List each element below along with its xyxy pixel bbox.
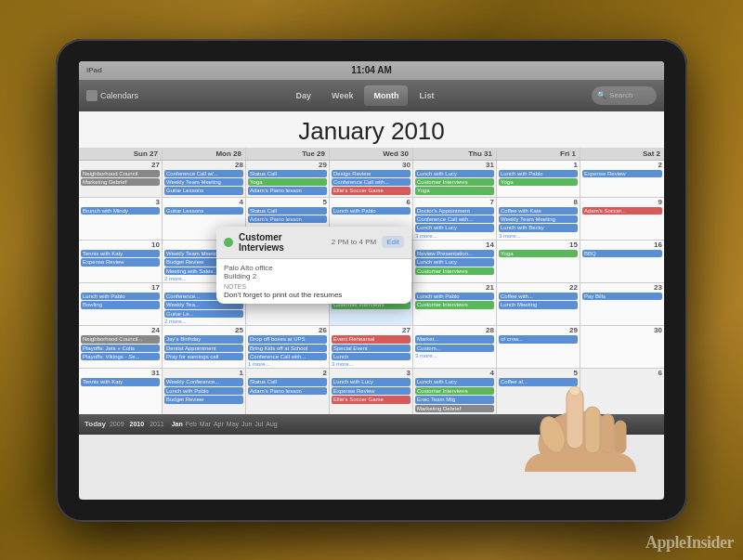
status-bar: iPad 11:04 AM: [79, 61, 664, 80]
cal-cell[interactable]: 27Event RehearsalSpecial EventLunch3 mor…: [330, 326, 413, 368]
ipad-screen: iPad 11:04 AM Calendars Day Week Month L…: [79, 61, 664, 500]
tab-day[interactable]: Day: [287, 85, 321, 106]
ipad-label: iPad: [86, 66, 102, 74]
timeline-today-label[interactable]: Today: [85, 420, 106, 428]
svg-point-6: [569, 386, 580, 396]
year-2011[interactable]: 2011: [150, 421, 164, 427]
cal-cell[interactable]: 25Jay's BirthdayDentist AppointmentPray …: [163, 326, 246, 368]
day-header-tue: Tue 29: [246, 148, 330, 160]
popup-body: Palo Alto officeBuilding 2 notes Don't f…: [216, 259, 411, 304]
cal-cell[interactable]: 2Expense Review: [580, 161, 664, 197]
timeline-years: 2009 2010 2011: [110, 421, 164, 427]
month-aug[interactable]: Aug: [266, 421, 277, 427]
popup-color-dot: [224, 238, 233, 247]
day-header-fri: Fri 1: [497, 148, 580, 160]
month-mar[interactable]: Mar: [200, 421, 211, 427]
svg-rect-3: [601, 414, 614, 453]
popup-header: Customer Interviews 2 PM to 4 PM Edit: [216, 227, 411, 259]
watermark: AppleInsider: [645, 533, 734, 553]
cal-cell[interactable]: 31Lunch with LucyCustomer InterviewsYoga: [413, 161, 497, 197]
day-headers: Sun 27 Mon 28 Tue 29 Wed 30 Thu 31 Fri 1…: [79, 148, 664, 161]
cal-cell[interactable]: 17Lunch with PabloBowling: [79, 283, 163, 325]
cal-cell[interactable]: 1Lunch with PabloYoga: [497, 161, 580, 197]
year-2009[interactable]: 2009: [110, 421, 124, 427]
cal-cell[interactable]: 28Conference Call w/...Weekly Team Meeti…: [163, 161, 246, 197]
popup-notes-label: notes: [224, 283, 404, 290]
day-header-wed: Wed 30: [330, 148, 413, 160]
cal-cell[interactable]: 10Tennis with KatyExpense Review: [79, 241, 163, 282]
timeline-months: Jan Feb Mar Apr May Jun Jul Aug: [172, 421, 278, 427]
month-feb[interactable]: Feb: [186, 421, 197, 427]
search-placeholder: Search: [609, 91, 632, 99]
month-apr[interactable]: Apr: [214, 421, 224, 427]
cal-cell[interactable]: 24Neighborhood Council...Playoffs: Jets …: [79, 326, 163, 368]
nav-bar: Calendars Day Week Month List 🔍 Search: [79, 80, 664, 111]
popup-notes: Don't forget to print out the resumes: [224, 291, 404, 299]
cal-cell[interactable]: 23Pay Bills: [580, 283, 664, 325]
hand-gesture: [515, 360, 645, 472]
cal-cell[interactable]: 4Lunch with LucyCustomer InterviewsExec …: [413, 369, 497, 414]
cal-cell[interactable]: 28Market...Custom...3 more...: [413, 326, 497, 368]
calendar-icon: [86, 90, 98, 101]
cal-cell[interactable]: 8Coffee with KateWeekly Team MeetingLunc…: [497, 198, 580, 240]
cal-cell[interactable]: 15Yoga: [497, 241, 580, 282]
month-jul[interactable]: Jul: [254, 421, 263, 427]
cal-cell[interactable]: 30Design ReviewConference Call with...El…: [330, 161, 413, 197]
search-icon: 🔍: [597, 91, 606, 99]
cal-cell[interactable]: 31Tennis with Katy: [79, 369, 163, 414]
svg-rect-2: [585, 407, 600, 453]
svg-rect-7: [525, 453, 636, 472]
calendars-button[interactable]: Calendars: [86, 90, 138, 101]
year-2010[interactable]: 2010: [130, 421, 145, 427]
month-title: January 2010: [79, 111, 664, 148]
cal-cell[interactable]: 22Coffee with...Lunch Meeting: [497, 283, 580, 325]
day-header-sat: Sat 2: [580, 148, 664, 160]
cal-cell[interactable]: 29Status CallYogaAdam's Piano lesson: [246, 161, 330, 197]
cal-cell[interactable]: 9Adam's Soccer...: [580, 198, 664, 240]
day-header-mon: Mon 28: [163, 148, 246, 160]
cal-cell[interactable]: 26Drop off boxes at UPSBring Kids off at…: [246, 326, 330, 368]
cal-cell[interactable]: 2Status CallAdam's Piano lesson: [246, 369, 330, 414]
ipad-device: iPad 11:04 AM Calendars Day Week Month L…: [56, 39, 687, 522]
tab-list[interactable]: List: [410, 85, 443, 106]
day-header-sun: Sun 27: [79, 148, 163, 160]
cal-cell[interactable]: 3Lunch with LucyExpense ReviewEllie's So…: [330, 369, 413, 414]
popup-time: 2 PM to 4 PM: [332, 238, 376, 246]
cal-cell[interactable]: 7Doctor's AppointmentConference Call wit…: [413, 198, 497, 240]
cal-cell[interactable]: 27Neighborhood CouncilMarketing Debrief: [79, 161, 163, 197]
month-jun[interactable]: Jun: [241, 421, 252, 427]
event-popup: Customer Interviews 2 PM to 4 PM Edit Pa…: [216, 227, 411, 304]
tab-week[interactable]: Week: [322, 85, 362, 106]
cal-row-1: 27Neighborhood CouncilMarketing Debrief …: [79, 161, 664, 198]
calendars-label: Calendars: [100, 91, 138, 100]
svg-rect-1: [567, 388, 583, 449]
cal-cell[interactable]: 16BBQ: [580, 241, 664, 282]
search-bar[interactable]: 🔍 Search: [592, 86, 657, 105]
popup-edit-button[interactable]: Edit: [382, 236, 404, 248]
cal-cell[interactable]: 3Brunch with Mindy: [79, 198, 163, 240]
status-time: 11:04 AM: [351, 65, 392, 75]
cal-cell[interactable]: 14Review Presentation...Lunch with LucyC…: [413, 241, 497, 282]
month-may[interactable]: May: [227, 421, 239, 427]
month-jan[interactable]: Jan: [172, 421, 183, 427]
day-header-thu: Thu 31: [413, 148, 497, 160]
cal-cell[interactable]: 1Weekly Conference...Lunch with PabloBud…: [163, 369, 246, 414]
cal-cell[interactable]: 21Lunch with PabloCustomer Interviews: [413, 283, 497, 325]
popup-title: Customer Interviews: [239, 232, 326, 253]
svg-rect-4: [615, 421, 626, 453]
view-tabs: Day Week Month List: [287, 85, 444, 106]
popup-location: Palo Alto officeBuilding 2: [224, 264, 404, 280]
tab-month[interactable]: Month: [364, 85, 408, 106]
